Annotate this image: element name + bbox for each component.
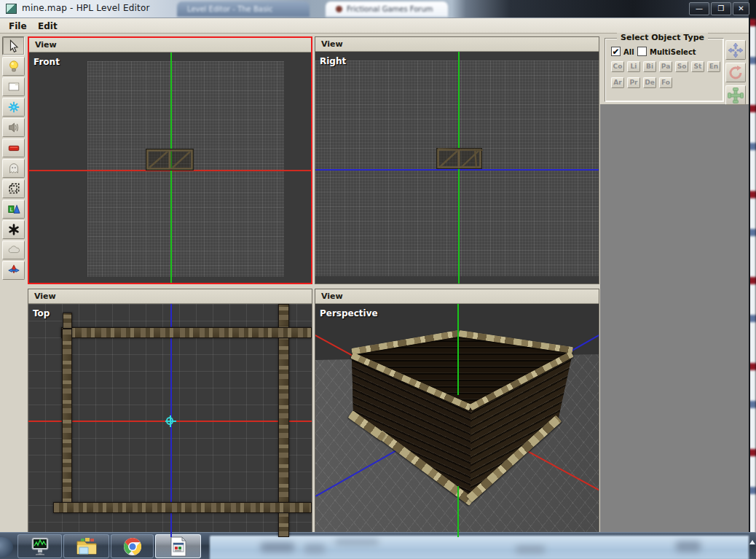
minimize-button[interactable]: — xyxy=(689,2,709,15)
viewport-perspective: View Perspective xyxy=(315,289,599,538)
type-button-primitives[interactable]: Pr xyxy=(627,77,640,88)
rotate-tool-button[interactable] xyxy=(725,63,746,82)
move-arrows-icon xyxy=(728,42,744,58)
multiselect-checkbox-label: MultiSelect xyxy=(650,48,696,56)
origin-crosshair[interactable] xyxy=(166,416,175,426)
viewport-top-label: Top xyxy=(33,308,50,318)
viewport-top: View Top xyxy=(28,289,312,538)
tool-select-button[interactable] xyxy=(2,36,25,55)
tool-lights-button[interactable] xyxy=(2,57,25,76)
viewport-top-header[interactable]: View xyxy=(28,289,312,304)
viewport-right-canvas[interactable]: Right xyxy=(315,52,599,284)
task-manager-icon xyxy=(29,536,51,557)
type-button-billboards[interactable]: Bi xyxy=(643,61,656,72)
background-browser-tab[interactable]: Level Editor - The Basic xyxy=(177,1,310,17)
wood-beam-top[interactable] xyxy=(61,327,312,338)
tool-combine-button[interactable] xyxy=(2,261,25,280)
wood-truss-object[interactable] xyxy=(435,146,486,170)
taskbar-hpl-editor-button[interactable] xyxy=(155,534,201,558)
taskbar-explorer-button[interactable] xyxy=(63,534,109,558)
viewport-right-header[interactable]: View xyxy=(315,37,599,52)
combine-icon xyxy=(7,264,20,277)
type-button-static[interactable]: St xyxy=(691,61,704,72)
background-browser-tab-active[interactable]: Frictional Games Forum xyxy=(326,1,448,17)
viewport-top-canvas[interactable]: Top xyxy=(28,304,312,537)
menu-edit[interactable]: Edit xyxy=(34,20,62,32)
desktop: Level Editor - The Basic Frictional Game… xyxy=(0,0,756,559)
viewport-right-label: Right xyxy=(320,56,346,66)
blur-smudge xyxy=(261,543,294,552)
viewport-front-canvas[interactable]: Front xyxy=(29,52,311,283)
title-bar[interactable]: Level Editor - The Basic Frictional Game… xyxy=(0,0,749,18)
right-panel-empty-area xyxy=(600,104,749,538)
editor-window: Level Editor - The Basic Frictional Game… xyxy=(0,0,750,539)
cursor-arrow-icon xyxy=(7,39,20,52)
taskbar-task-manager-button[interactable] xyxy=(17,534,62,558)
all-checkbox[interactable]: ✔ xyxy=(611,47,621,56)
taskbar xyxy=(0,532,756,559)
translate-tool-button[interactable] xyxy=(725,40,746,60)
select-object-type-panel: Select Object Type ✔ All MultiSelect Co … xyxy=(605,38,724,102)
rotate-circle-icon xyxy=(728,65,744,81)
taskbar-chrome-button[interactable] xyxy=(111,534,154,558)
wood-truss-object[interactable] xyxy=(146,149,194,171)
viewport-perspective-header[interactable]: View xyxy=(315,289,599,304)
type-button-fog[interactable]: Fo xyxy=(659,77,672,88)
wood-beam-stub[interactable] xyxy=(63,313,72,329)
brick-icon xyxy=(7,141,20,155)
blur-smudge xyxy=(304,544,325,553)
tool-areas-button[interactable] xyxy=(2,179,25,198)
type-button-areas[interactable]: Ar xyxy=(611,77,624,88)
multiselect-checkbox[interactable] xyxy=(637,47,647,56)
particle-star-icon xyxy=(7,101,20,114)
select-object-type-title: Select Object Type xyxy=(617,33,708,42)
asterisk-icon xyxy=(7,223,20,236)
tool-fog-areas-button[interactable] xyxy=(2,241,25,259)
cloud-icon xyxy=(7,243,20,257)
type-button-particles[interactable]: Pa xyxy=(659,61,672,72)
wood-beam-left[interactable] xyxy=(62,329,72,512)
ghost-icon xyxy=(7,162,20,175)
maximize-button[interactable]: ❒ xyxy=(711,2,731,15)
type-button-lights[interactable]: Li xyxy=(627,61,640,72)
blur-smudge xyxy=(676,542,701,552)
type-button-compound[interactable]: Co xyxy=(611,61,624,72)
background-tab-label: Frictional Games Forum xyxy=(347,5,433,13)
taskbar-peek-arrow[interactable] xyxy=(749,540,755,544)
viewport-front-label: Front xyxy=(34,57,60,67)
close-button[interactable]: ✕ xyxy=(733,2,749,15)
tool-decals-button[interactable] xyxy=(2,220,25,239)
tool-sounds-button[interactable] xyxy=(2,118,25,137)
type-button-sounds[interactable]: So xyxy=(675,61,688,72)
scale-tool-button[interactable] xyxy=(725,85,746,105)
tool-primitives-button[interactable]: L xyxy=(2,200,25,219)
tool-static-objects-button[interactable] xyxy=(2,138,25,157)
crosshair-horizontal xyxy=(165,421,176,422)
type-button-entities[interactable]: En xyxy=(707,61,720,72)
hpl-editor-icon xyxy=(169,536,188,557)
tool-entities-button[interactable] xyxy=(2,159,25,178)
light-bulb-icon xyxy=(7,60,20,73)
type-button-decals[interactable]: De xyxy=(643,77,656,88)
taskbar-partial-icon[interactable] xyxy=(0,537,13,558)
speaker-icon xyxy=(7,121,20,134)
menu-file[interactable]: File xyxy=(4,20,31,32)
area-box-icon xyxy=(7,182,20,195)
viewport-right: View Right xyxy=(315,36,599,284)
wood-beam-bottom[interactable] xyxy=(53,502,312,513)
y-axis-line-upper xyxy=(457,304,459,395)
primitives-icon: L xyxy=(7,203,20,216)
viewport-perspective-label: Perspective xyxy=(320,308,378,318)
window-title: mine.map - HPL Level Editor xyxy=(22,3,150,13)
taskbar-blurred-region xyxy=(210,536,749,559)
viewport-perspective-canvas[interactable]: Perspective xyxy=(315,304,599,537)
viewport-front-header[interactable]: View xyxy=(29,38,311,52)
y-axis-line-lower xyxy=(457,486,459,537)
favicon-icon xyxy=(336,6,342,12)
tool-particle-systems-button[interactable] xyxy=(2,98,25,117)
svg-text:L: L xyxy=(9,206,12,213)
folder-icon xyxy=(75,536,98,557)
scale-cross-icon xyxy=(728,87,744,103)
billboard-icon xyxy=(7,80,20,93)
tool-billboards-button[interactable] xyxy=(2,77,25,96)
